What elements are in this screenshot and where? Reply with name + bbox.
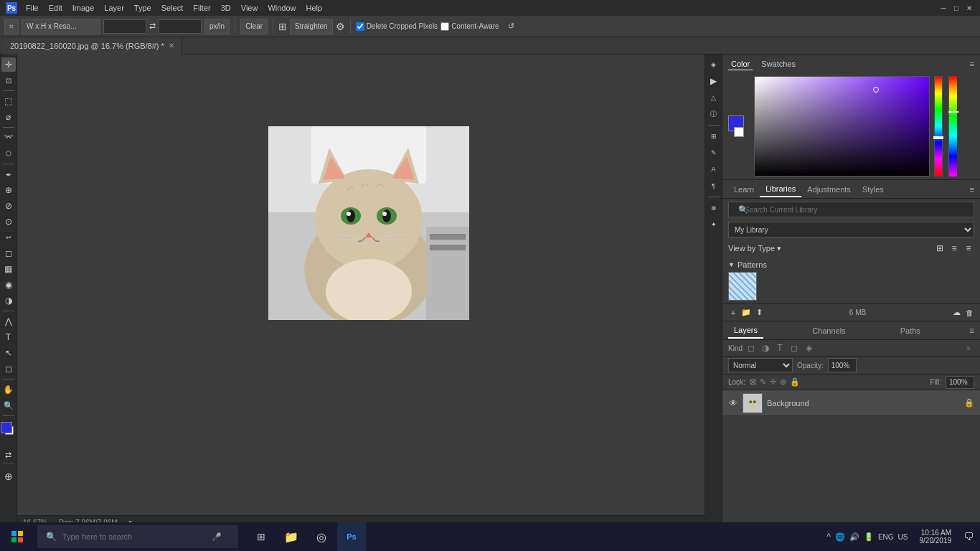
path-select-tool[interactable]: ↖: [1, 346, 16, 360]
lib-upload-btn[interactable]: ⬆: [754, 308, 764, 318]
height-input[interactable]: [159, 19, 202, 34]
swap-colors-btn[interactable]: ⇄: [5, 451, 11, 460]
libraries-panel-menu[interactable]: ≡: [970, 185, 974, 194]
eraser-tool[interactable]: ◻: [1, 246, 16, 260]
notification-button[interactable]: 🗨: [957, 522, 980, 551]
color-panel-menu[interactable]: ≡: [970, 60, 974, 68]
tab-adjustments[interactable]: Adjustments: [801, 182, 857, 197]
tab-swatches[interactable]: Swatches: [758, 58, 798, 70]
menu-image[interactable]: Image: [68, 2, 99, 14]
photoshop-btn[interactable]: Ps: [337, 522, 366, 551]
swap-icon[interactable]: ⇄: [149, 22, 156, 31]
paragraph-icon[interactable]: ¶: [707, 179, 721, 193]
tab-styles[interactable]: Styles: [857, 182, 890, 197]
transform-icon[interactable]: ⊗: [707, 201, 721, 215]
lib-cloud-icon[interactable]: ☁: [951, 308, 961, 318]
volume-icon[interactable]: 🔊: [849, 532, 859, 542]
tray-chevron-icon[interactable]: ^: [826, 532, 831, 542]
straighten-button[interactable]: Straighten: [290, 19, 333, 34]
tab-close-button[interactable]: ✕: [169, 42, 174, 50]
menu-select[interactable]: Select: [157, 2, 188, 14]
taskbar-search-input[interactable]: [62, 532, 206, 541]
hand-tool[interactable]: ✋: [1, 382, 16, 397]
smart-filter-icon[interactable]: ◈: [803, 342, 814, 354]
background-color-swatch[interactable]: [734, 127, 744, 137]
file-explorer-btn[interactable]: 📁: [277, 522, 306, 551]
menu-edit[interactable]: Edit: [44, 2, 67, 14]
menu-type[interactable]: Type: [130, 2, 156, 14]
network-icon[interactable]: 🌐: [835, 532, 845, 542]
lib-panel-menu-icon[interactable]: ≡: [963, 242, 974, 254]
minimize-button[interactable]: ─: [938, 3, 948, 13]
move-tool[interactable]: ✛: [1, 57, 16, 72]
grid-view-icon[interactable]: ⊞: [934, 242, 946, 254]
info-icon[interactable]: ⓘ: [707, 107, 721, 121]
shape-filter-icon[interactable]: ◻: [788, 342, 800, 354]
lib-folder-btn[interactable]: 📁: [741, 308, 751, 318]
active-tab[interactable]: 20190822_160020.jpg @ 16.7% (RGB/8#) * ✕: [3, 37, 182, 55]
zoom-tool[interactable]: 🔍: [1, 398, 16, 413]
gradient-tool[interactable]: ▦: [1, 262, 16, 276]
history-brush-tool[interactable]: ↩: [1, 230, 16, 245]
hue-spectrum[interactable]: [934, 76, 943, 176]
menu-help[interactable]: Help: [302, 2, 327, 14]
perspective-tool[interactable]: ⬡: [1, 146, 16, 161]
properties-tool[interactable]: ◈: [707, 57, 721, 72]
history-icon[interactable]: ↺: [508, 22, 514, 31]
lock-transparent-icon[interactable]: ⊠: [750, 377, 756, 387]
adjustment-filter-icon[interactable]: ◑: [760, 342, 771, 354]
close-button[interactable]: ✕: [964, 3, 974, 13]
spot-heal-tool[interactable]: ⊕: [1, 183, 16, 197]
pattern-item[interactable]: [728, 272, 757, 301]
fg-color-swatch[interactable]: [1, 422, 12, 433]
menu-filter[interactable]: Filter: [189, 2, 215, 14]
units-dropdown[interactable]: px/in: [204, 19, 230, 34]
foreground-color[interactable]: [1, 422, 17, 438]
type-filter-icon[interactable]: T: [774, 342, 786, 354]
clear-button[interactable]: Clear: [240, 19, 268, 34]
opacity-value[interactable]: 100%: [828, 358, 857, 372]
list-view-icon[interactable]: ≡: [948, 242, 960, 254]
tab-channels[interactable]: Channels: [806, 324, 851, 338]
effects-icon[interactable]: ✦: [707, 217, 721, 232]
mic-icon[interactable]: 🎤: [212, 532, 222, 542]
3d-icon[interactable]: △: [707, 90, 721, 105]
blur-tool[interactable]: ◉: [1, 278, 16, 292]
lasso-tool[interactable]: ⌀: [1, 110, 16, 124]
artboard-tool[interactable]: ⊡: [1, 73, 16, 88]
dodge-tool[interactable]: ◑: [1, 293, 16, 308]
lock-artboard-icon[interactable]: ⊕: [780, 377, 786, 387]
clone-tool[interactable]: ⊙: [1, 215, 16, 229]
menu-layer[interactable]: Layer: [100, 2, 128, 14]
menu-3d[interactable]: 3D: [217, 2, 235, 14]
lock-position-icon[interactable]: ✛: [770, 377, 776, 387]
text-tool[interactable]: T: [1, 330, 16, 344]
ratio-dropdown[interactable]: W x H x Reso...: [22, 19, 100, 34]
start-button[interactable]: [0, 522, 34, 551]
battery-icon[interactable]: 🔋: [864, 532, 874, 542]
color-picker-gradient[interactable]: [754, 76, 930, 176]
delete-cropped-label[interactable]: Delete Cropped Pixels: [356, 22, 438, 31]
shape-tool[interactable]: ◻: [1, 362, 16, 376]
pen-tool[interactable]: ⋀: [1, 314, 16, 329]
view-by-type-btn[interactable]: View by Type ▾: [728, 244, 781, 253]
crop-tool[interactable]: ⌤: [1, 131, 16, 145]
delete-cropped-checkbox[interactable]: [356, 22, 364, 31]
play-icon[interactable]: ▶: [707, 74, 721, 88]
hue-bar[interactable]: [948, 76, 957, 176]
chrome-btn[interactable]: ◎: [307, 522, 336, 551]
clock[interactable]: 10:16 AM 9/20/2019: [914, 529, 958, 545]
type-icon[interactable]: A: [707, 162, 721, 176]
tab-paths[interactable]: Paths: [895, 324, 926, 338]
tab-layers[interactable]: Layers: [728, 323, 763, 339]
library-select[interactable]: My Library: [728, 222, 974, 237]
content-aware-checkbox[interactable]: [440, 22, 449, 31]
settings-icon[interactable]: ⚙: [336, 21, 345, 32]
tab-libraries[interactable]: Libraries: [760, 182, 801, 197]
pixel-filter-icon[interactable]: ◻: [745, 342, 757, 354]
tab-learn[interactable]: Learn: [728, 182, 760, 197]
maximize-button[interactable]: □: [951, 3, 961, 13]
lock-image-icon[interactable]: ✎: [760, 377, 766, 387]
task-view-btn[interactable]: ⊞: [247, 522, 275, 551]
menu-window[interactable]: Window: [263, 2, 300, 14]
